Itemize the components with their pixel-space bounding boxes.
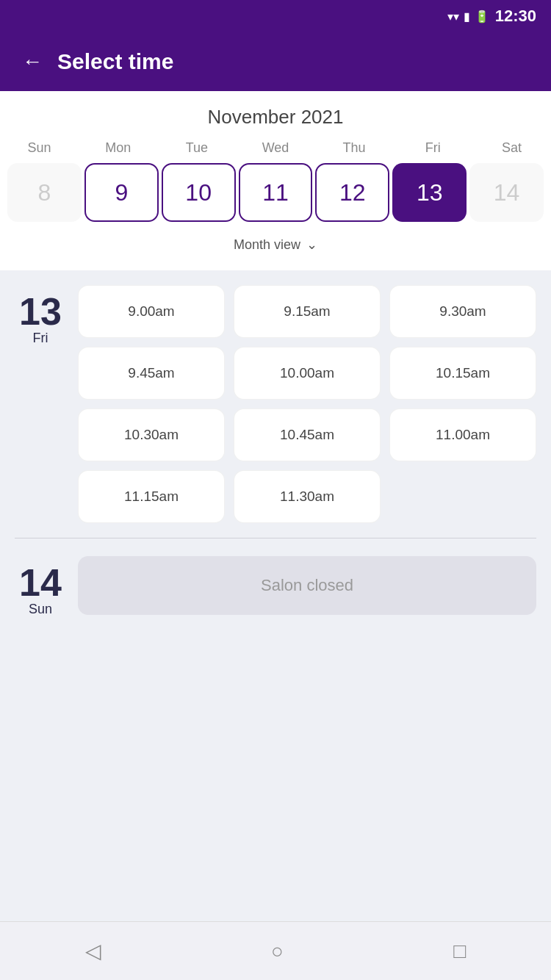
day-name-14: Sun bbox=[29, 602, 52, 617]
day-number-13: 13 bbox=[19, 292, 62, 331]
weekday-sun: Sun bbox=[0, 140, 79, 156]
time-slots-section: 13 Fri 9.00am 9.15am 9.30am 9.45am 10.00… bbox=[0, 270, 551, 921]
time-slot-1015[interactable]: 10.15am bbox=[389, 347, 536, 400]
weekday-wed: Wed bbox=[236, 140, 314, 156]
time-slot-1130[interactable]: 11.30am bbox=[234, 470, 381, 523]
days-row: 8 9 10 11 12 13 14 bbox=[0, 163, 551, 222]
month-title: November 2021 bbox=[0, 106, 551, 129]
time-slot-930[interactable]: 9.30am bbox=[389, 285, 536, 338]
weekday-mon: Mon bbox=[79, 140, 157, 156]
status-icons: ▾▾ ▮ 🔋 bbox=[447, 10, 489, 24]
day-cell-13[interactable]: 13 bbox=[392, 163, 467, 222]
status-bar: ▾▾ ▮ 🔋 12:30 bbox=[0, 0, 551, 32]
chevron-down-icon: ⌄ bbox=[306, 237, 317, 253]
day-name-13: Fri bbox=[33, 331, 48, 346]
time-slot-915[interactable]: 9.15am bbox=[234, 285, 381, 338]
day-number-block-13: 13 Fri bbox=[15, 285, 66, 523]
day-cell-12[interactable]: 12 bbox=[315, 163, 389, 222]
wifi-icon: ▾▾ bbox=[447, 10, 459, 24]
time-slot-1115[interactable]: 11.15am bbox=[78, 470, 225, 523]
battery-icon: 🔋 bbox=[475, 10, 489, 24]
nav-recent-button[interactable]: □ bbox=[453, 940, 466, 963]
day-cell-10[interactable]: 10 bbox=[162, 163, 236, 222]
nav-home-button[interactable]: ○ bbox=[271, 940, 284, 963]
signal-icon: ▮ bbox=[464, 10, 470, 24]
nav-back-button[interactable]: ◁ bbox=[85, 939, 101, 963]
back-button[interactable]: ← bbox=[22, 50, 43, 73]
month-view-label: Month view bbox=[234, 237, 300, 253]
day-separator bbox=[15, 538, 536, 538]
day-cell-14: 14 bbox=[469, 163, 544, 222]
header: ← Select time bbox=[0, 32, 551, 91]
weekday-thu: Thu bbox=[315, 140, 394, 156]
time-slot-900[interactable]: 9.00am bbox=[78, 285, 225, 338]
weekday-sat: Sat bbox=[472, 140, 551, 156]
salon-closed-label: Salon closed bbox=[261, 576, 353, 595]
salon-closed-block: Salon closed bbox=[78, 556, 536, 615]
weekdays-row: Sun Mon Tue Wed Thu Fri Sat bbox=[0, 140, 551, 156]
time-grid-13: 9.00am 9.15am 9.30am 9.45am 10.00am 10.1… bbox=[78, 285, 536, 523]
bottom-nav: ◁ ○ □ bbox=[0, 921, 551, 980]
time-slot-945[interactable]: 9.45am bbox=[78, 347, 225, 400]
day-cell-11[interactable]: 11 bbox=[239, 163, 313, 222]
day-cell-9[interactable]: 9 bbox=[84, 163, 159, 222]
time-slot-1030[interactable]: 10.30am bbox=[78, 408, 225, 461]
day-block-14: 14 Sun Salon closed bbox=[15, 556, 536, 617]
calendar-section: November 2021 Sun Mon Tue Wed Thu Fri Sa… bbox=[0, 91, 551, 270]
page-title: Select time bbox=[57, 49, 173, 74]
day-block-13: 13 Fri 9.00am 9.15am 9.30am 9.45am 10.00… bbox=[15, 285, 536, 523]
time-slot-1100[interactable]: 11.00am bbox=[389, 408, 536, 461]
status-time: 12:30 bbox=[495, 7, 536, 26]
day-number-block-14: 14 Sun bbox=[15, 556, 66, 617]
weekday-tue: Tue bbox=[157, 140, 236, 156]
time-slot-1045[interactable]: 10.45am bbox=[234, 408, 381, 461]
weekday-fri: Fri bbox=[394, 140, 472, 156]
day-cell-8: 8 bbox=[7, 163, 82, 222]
month-view-toggle[interactable]: Month view ⌄ bbox=[0, 229, 551, 263]
time-slot-1000[interactable]: 10.00am bbox=[234, 347, 381, 400]
day-number-14: 14 bbox=[19, 563, 62, 602]
